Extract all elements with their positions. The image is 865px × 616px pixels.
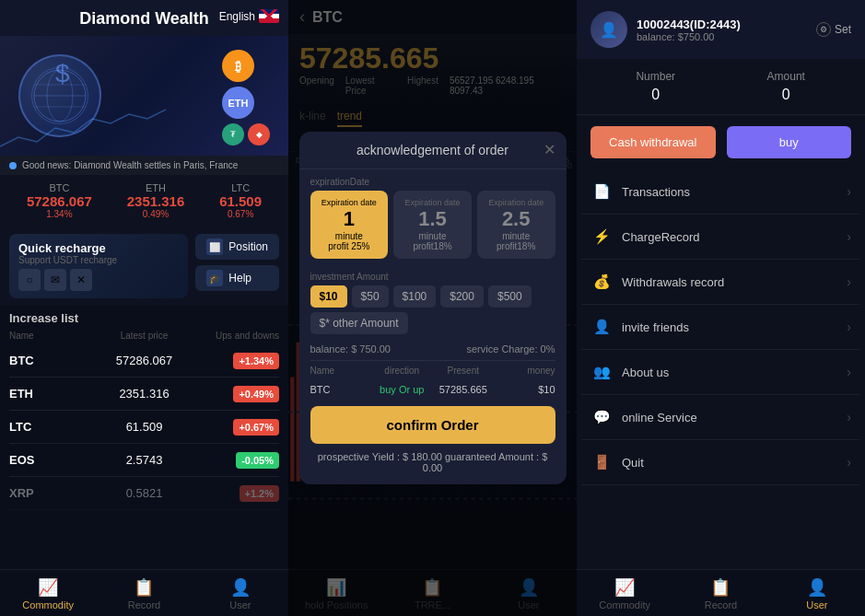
change-badge-up: +0.67% [233,419,279,436]
number-stat: Number 0 [590,70,721,103]
arrow-icon: › [847,229,851,244]
left-footer: 📈 Commodity 📋 Record 👤 User [0,569,288,616]
table-row[interactable]: BTC 57286.067 +1.34% [9,344,279,378]
table-row[interactable]: EOS 2.5743 -0.05% [9,444,279,477]
amount-500[interactable]: $500 [488,285,532,308]
menu-charge-record[interactable]: ⚡ ChargeRecord › [581,215,860,260]
btc-price-summary: BTC 57286.067 1.34% [27,182,92,219]
action-buttons: Cash withdrawal buy [577,115,865,169]
amount-100[interactable]: $100 [393,285,437,308]
number-value: 0 [590,87,721,103]
ltc-price-summary: LTC 61.509 0.67% [219,182,262,219]
amount-other[interactable]: $* other Amount [310,312,408,334]
increase-list-title: Increase list [0,306,288,327]
user-id: 10002443(ID:2443) [637,17,741,31]
expiry-card-label2: Expiration date [399,198,466,207]
eth-price-summary: ETH 2351.316 0.49% [127,182,185,219]
tab-commodity[interactable]: 📈 Commodity [0,570,96,616]
row-price: 2.5743 [99,453,190,467]
tab-record-label: Record [128,599,160,610]
price-summary: BTC 57286.067 1.34% ETH 2351.316 0.49% L… [0,175,288,227]
menu-quit[interactable]: 🚪 Quit › [581,440,860,485]
settings-icon: ⚙ [816,22,831,37]
expiry-profit1: profit 25% [316,241,383,251]
expiry-unit1: minute [316,231,383,241]
qr-icon1[interactable]: ○ [18,269,41,291]
set-button[interactable]: ⚙ Set [816,22,851,37]
balance-row: balance: $ 750.00 service Charge: 0% [299,338,567,360]
buy-button[interactable]: buy [727,126,852,158]
tab-user[interactable]: 👤 User [193,570,288,616]
row-price: 61.509 [99,420,190,434]
oh-money: money [494,366,555,376]
col-price: Latest price [99,331,190,341]
amount-10[interactable]: $10 [310,285,347,308]
position-button[interactable]: ⬜ Position [195,234,279,260]
tab-commodity-label: Commodity [22,599,74,610]
btc-value: 57286.067 [27,193,92,209]
set-label: Set [835,23,851,36]
table-row[interactable]: LTC 61.509 +0.67% [9,411,279,444]
help-icon: 🎓 [206,270,223,286]
qr-icon3[interactable]: ✕ [70,269,92,291]
action-area: Quick recharge Support USDT recharge ○ ✉… [0,227,288,306]
table-row[interactable]: ETH 2351.316 +0.49% [9,378,279,411]
quick-recharge-panel: Quick recharge Support USDT recharge ○ ✉… [9,234,188,298]
or-present: 57285.665 [433,384,495,395]
expiry-num3: 2.5 [483,207,550,231]
tab-record-right[interactable]: 📋 Record [672,570,768,616]
arrow-icon: › [847,320,851,334]
panel-right: 👤 10002443(ID:2443) balance: $750.00 ⚙ S… [577,0,865,616]
menu-about-us[interactable]: 👥 About us › [581,350,860,395]
user-avatar: 👤 [590,11,627,48]
amount-50[interactable]: $50 [352,285,389,308]
investment-label: investment Amount [310,266,555,285]
menu-invite-friends[interactable]: 👤 invite friends › [581,305,860,350]
or-name: BTC [310,384,372,395]
user-icon: 👤 [230,577,251,598]
arrow-icon: › [847,274,851,289]
expiry-2-5min[interactable]: Expiration date 2.5 minute profit18% [477,191,555,259]
crypto-icons: ₿ ETH ₮ ◆ [222,50,270,145]
qr-subtitle: Support USDT recharge [18,255,179,265]
table-header: Name Latest price Ups and downs [0,327,288,344]
tab-record[interactable]: 📋 Record [96,570,192,616]
lang-text: English [219,10,255,23]
expiry-label: expirationDate [299,169,567,191]
confirm-order-button[interactable]: confirm Order [310,406,555,444]
action-buttons-group: ⬜ Position 🎓 Help [195,234,279,298]
expiry-1min[interactable]: Expiration date 1 minute profit 25% [310,191,389,259]
left-header: Diamond Wealth English [0,0,288,36]
tab-commodity-right[interactable]: 📈 Commodity [577,570,672,616]
amount-chips: $10 $50 $100 $200 $500 $* other Amount [310,285,555,334]
menu-online-service[interactable]: 💬 online Service › [581,395,860,440]
user-balance: balance: $750.00 [637,31,741,42]
row-change: -0.05% [189,451,279,469]
menu-transactions[interactable]: 📄 Transactions › [581,169,860,215]
record-right-label: Record [705,599,737,610]
arrow-icon: › [847,365,851,379]
charge-record-icon: ⚡ [590,226,613,248]
table-row[interactable]: XRP 0.5821 +1.2% [9,477,279,510]
tab-user-right[interactable]: 👤 User [769,570,865,616]
expiry-1-5min[interactable]: Expiration date 1.5 minute profit18% [393,191,472,259]
arrow-icon: › [847,184,851,199]
row-change: +1.34% [189,352,279,369]
qr-icon2[interactable]: ✉ [44,269,66,291]
online-service-icon: 💬 [590,406,613,428]
menu-withdrawals[interactable]: 💰 Withdrawals record › [581,260,860,305]
help-button[interactable]: 🎓 Help [195,265,279,291]
amount-200[interactable]: $200 [440,285,484,308]
btc-change: 1.34% [27,209,92,219]
modal-close-button[interactable]: ✕ [544,141,555,158]
transactions-label: Transactions [622,185,847,199]
user-right-label: User [806,599,827,610]
amount-section: investment Amount $10 $50 $100 $200 $500… [299,259,567,338]
language-selector[interactable]: English [219,9,279,23]
expiry-profit3: profit18% [483,241,550,251]
cash-withdrawal-button[interactable]: Cash withdrawal [590,126,716,158]
eth-label: ETH [127,182,185,193]
qr-title: Quick recharge [18,241,179,255]
amount-value: 0 [721,87,852,103]
service-charge-text: service Charge: 0% [467,343,555,354]
